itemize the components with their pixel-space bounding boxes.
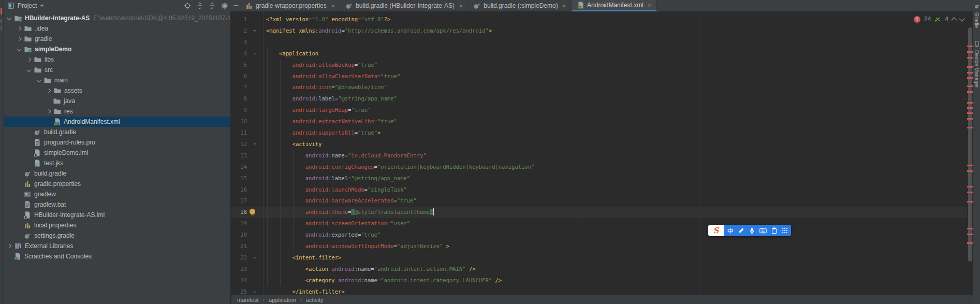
code-line[interactable]: android:extractNativeLibs="true" bbox=[266, 116, 397, 127]
line-number[interactable]: 6 bbox=[231, 71, 247, 82]
close-icon[interactable]: ✕ bbox=[562, 3, 566, 9]
fold-marker-icon[interactable]: ▵ bbox=[252, 286, 258, 295]
tree-item[interactable]: settings.gradle bbox=[4, 230, 230, 241]
tree-item[interactable]: gradlew.bat bbox=[4, 199, 230, 210]
code-line[interactable]: </intent-filter> bbox=[266, 286, 345, 295]
line-number[interactable]: 3 bbox=[231, 37, 247, 48]
expand-all-icon[interactable] bbox=[196, 2, 204, 10]
line-number[interactable]: 18 bbox=[231, 207, 247, 218]
line-number[interactable]: 21 bbox=[231, 241, 247, 252]
line-number[interactable]: 17 bbox=[231, 195, 247, 207]
code-line[interactable]: <category android:name="android.intent.c… bbox=[266, 275, 502, 286]
gear-icon[interactable] bbox=[221, 2, 229, 10]
editor-tab[interactable]: gradle-wrapper.properties✕ bbox=[240, 0, 340, 11]
tree-expand-icon[interactable] bbox=[47, 89, 51, 93]
fold-marker-icon[interactable]: ▿ bbox=[252, 139, 258, 150]
editor-tab[interactable]: build.gradle (:simpleDemo)✕ bbox=[468, 0, 572, 11]
pen-icon[interactable] bbox=[738, 227, 744, 234]
tree-item[interactable]: local.properties bbox=[4, 220, 230, 230]
breadcrumb-item[interactable]: application bbox=[269, 297, 296, 303]
breadcrumb-item[interactable]: activity bbox=[306, 297, 324, 303]
close-icon[interactable]: ✕ bbox=[648, 3, 652, 8]
code-line[interactable]: <?xml version="1.0" encoding="utf-8"?> bbox=[266, 14, 390, 25]
line-number[interactable]: 4 bbox=[231, 48, 247, 60]
hide-panel-icon[interactable] bbox=[232, 2, 240, 10]
tree-item[interactable]: Scratches and Consoles bbox=[4, 251, 230, 262]
sogou-logo[interactable]: S bbox=[708, 225, 724, 236]
code-line[interactable]: <application bbox=[266, 48, 318, 60]
line-number[interactable]: 1 bbox=[231, 14, 247, 25]
line-number[interactable]: 10 bbox=[231, 116, 247, 127]
line-number[interactable]: 9 bbox=[231, 105, 247, 116]
line-number[interactable]: 11 bbox=[231, 127, 247, 139]
tree-item[interactable]: HBuilder-Integrate-ASE:\webrtc\Android-S… bbox=[4, 13, 230, 23]
keyboard-icon[interactable] bbox=[759, 228, 767, 234]
tree-item[interactable]: build.gradle bbox=[4, 127, 230, 137]
grid-menu-icon[interactable] bbox=[782, 227, 788, 234]
code-line[interactable]: android:launchMode="singleTask" bbox=[266, 184, 407, 196]
code-line[interactable]: <intent-filter> bbox=[266, 252, 341, 264]
line-number[interactable]: 7 bbox=[231, 82, 247, 93]
line-number[interactable]: 2 bbox=[231, 25, 247, 37]
close-icon[interactable]: ✕ bbox=[331, 3, 335, 9]
mic-icon[interactable] bbox=[749, 227, 755, 234]
tree-item[interactable]: External Libraries bbox=[4, 241, 230, 251]
tree-expand-icon[interactable] bbox=[27, 57, 31, 62]
breadcrumb-item[interactable]: manifest bbox=[237, 297, 259, 303]
tree-item[interactable]: MFAndroidManifest.xml bbox=[4, 117, 230, 127]
tool-window-button[interactable]: Gradle bbox=[973, 3, 980, 28]
line-number[interactable]: 22 bbox=[231, 252, 247, 264]
line-number[interactable]: 12 bbox=[231, 139, 247, 150]
line-number[interactable]: 13 bbox=[231, 150, 247, 162]
project-view-selector[interactable]: Project bbox=[7, 0, 44, 11]
line-number[interactable]: 14 bbox=[231, 162, 247, 173]
code-line[interactable]: android:label="@string/app_name" bbox=[266, 173, 410, 184]
line-number[interactable]: 15 bbox=[231, 173, 247, 184]
tree-item[interactable]: assets bbox=[4, 85, 230, 96]
tree-expand-icon[interactable] bbox=[7, 244, 11, 248]
tree-expand-icon[interactable] bbox=[27, 68, 31, 72]
fold-marker-icon[interactable]: ▿ bbox=[252, 25, 258, 37]
tree-item[interactable]: gradle.properties bbox=[4, 179, 230, 189]
line-number[interactable]: 23 bbox=[231, 264, 247, 275]
collapse-all-icon[interactable] bbox=[208, 2, 216, 10]
tree-expand-icon[interactable] bbox=[7, 16, 11, 20]
tree-item[interactable]: build.gradle bbox=[4, 168, 230, 179]
inspections-widget[interactable]: ! 24 4 bbox=[914, 16, 964, 23]
tree-item[interactable]: libs bbox=[4, 54, 230, 65]
fold-marker-icon[interactable]: ▿ bbox=[252, 252, 258, 264]
tree-item[interactable]: proguard-rules.pro bbox=[4, 137, 230, 148]
code-line[interactable]: android:allowClearUserData="true" bbox=[266, 71, 400, 82]
code-line[interactable]: <manifest xmlns:android="http://schemas.… bbox=[266, 25, 492, 37]
code-line[interactable]: android:windowSoftInputMode="adjustResiz… bbox=[266, 241, 449, 252]
code-editor[interactable]: 1<?xml version="1.0" encoding="utf-8"?>2… bbox=[231, 11, 973, 295]
line-number[interactable]: 24 bbox=[231, 275, 247, 286]
editor-tab[interactable]: MFAndroidManifest.xml✕ bbox=[572, 0, 657, 11]
code-line[interactable]: <activity bbox=[266, 139, 322, 150]
next-problem-icon[interactable] bbox=[959, 16, 964, 21]
code-line[interactable]: android:label="@string/app_name" bbox=[266, 93, 397, 105]
tool-window-button[interactable]: Device Manager bbox=[973, 40, 980, 88]
ime-toolbar[interactable]: S bbox=[708, 225, 791, 236]
clipboard-icon[interactable] bbox=[771, 227, 777, 234]
tree-item[interactable]: .idea bbox=[4, 23, 230, 34]
code-line[interactable]: android:hardwareAccelerated="true" bbox=[266, 195, 417, 207]
line-number[interactable]: 16 bbox=[231, 184, 247, 196]
code-line[interactable]: android:theme="@style/TranslucentTheme" bbox=[266, 207, 434, 218]
code-line[interactable]: android:screenOrientation="user" bbox=[266, 218, 410, 229]
tree-expand-icon[interactable] bbox=[17, 47, 21, 51]
chinese-mode-icon[interactable] bbox=[727, 227, 734, 234]
code-line[interactable]: android:largeHeap="true" bbox=[266, 105, 371, 116]
tree-expand-icon[interactable] bbox=[47, 109, 51, 113]
tree-item[interactable]: main bbox=[4, 75, 230, 85]
line-number[interactable]: 20 bbox=[231, 229, 247, 241]
tree-item[interactable]: simpleDemo.iml bbox=[4, 148, 230, 158]
line-number[interactable]: 8 bbox=[231, 93, 247, 105]
tree-item[interactable]: simpleDemo bbox=[4, 44, 230, 54]
tree-item[interactable]: java bbox=[4, 96, 230, 106]
tree-item[interactable]: src bbox=[4, 65, 230, 75]
scrollbar-thumb[interactable] bbox=[968, 27, 972, 262]
line-number[interactable]: 5 bbox=[231, 60, 247, 71]
tree-item[interactable]: gradle bbox=[4, 34, 230, 44]
tree-expand-icon[interactable] bbox=[17, 26, 21, 31]
